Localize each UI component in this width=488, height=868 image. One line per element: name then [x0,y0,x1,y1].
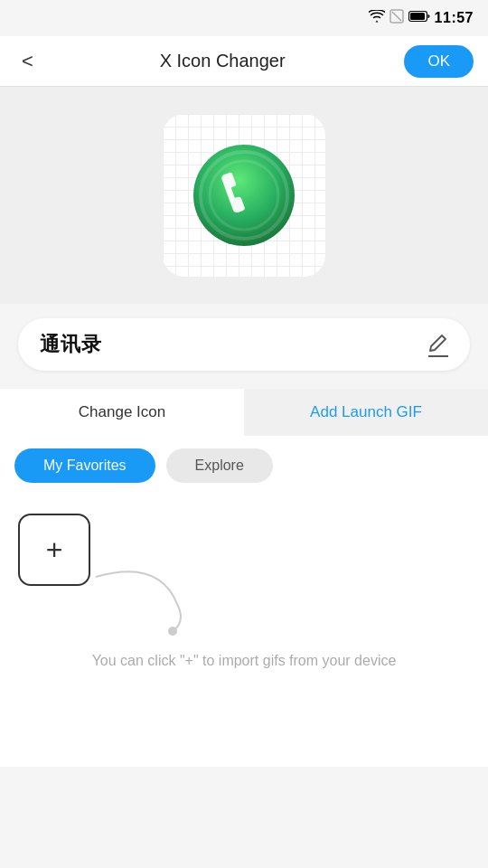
content-area: + You can click "+" to import gifs from … [0,495,488,767]
svg-point-7 [168,627,177,636]
svg-line-1 [392,12,401,21]
svg-rect-3 [410,13,425,20]
icon-preview-area [0,87,488,304]
status-time: 11:57 [435,10,474,26]
main-tabs: Change Icon Add Launch GIF [0,389,488,436]
sub-tab-my-favorites[interactable]: My Favorites [14,448,155,483]
app-name-bar: 通讯录 [18,318,470,371]
back-button[interactable]: < [14,46,41,77]
sub-tabs-row: My Favorites Explore [0,436,488,495]
wifi-icon [369,10,385,26]
app-name-text: 通讯录 [40,331,102,358]
hint-text: You can click "+" to import gifs from yo… [14,640,474,673]
signal-icon [389,9,404,27]
arrow-hint [87,568,267,640]
ok-button[interactable]: OK [404,45,474,78]
battery-icon [408,10,430,26]
tab-change-icon[interactable]: Change Icon [0,389,244,436]
app-icon-image [190,141,298,250]
tab-add-launch-gif[interactable]: Add Launch GIF [244,389,488,436]
sub-tab-explore[interactable]: Explore [166,448,273,483]
edit-underline [428,355,448,357]
nav-bar: < X Icon Changer OK [0,36,488,87]
page-title: X Icon Changer [160,51,286,71]
status-icons: 11:57 [369,9,474,27]
icon-preview-card [163,114,325,277]
import-gif-button[interactable]: + [18,514,90,586]
edit-name-button[interactable] [428,333,448,357]
status-bar: 11:57 [0,0,488,36]
